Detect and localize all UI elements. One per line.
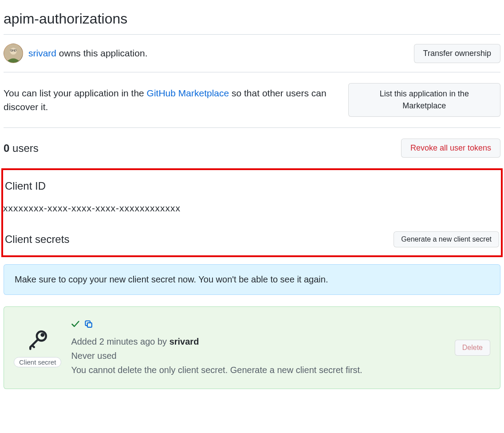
- check-icon: [71, 318, 80, 333]
- client-id-value: xxxxxxxx-xxxx-xxxx-xxxx-xxxxxxxxxxxx: [3, 192, 501, 231]
- svg-rect-8: [87, 323, 92, 327]
- owner-suffix: owns this application.: [56, 48, 147, 58]
- client-id-heading: Client ID: [3, 175, 501, 192]
- delete-secret-button[interactable]: Delete: [455, 340, 490, 356]
- users-heading: 0 users: [4, 142, 39, 155]
- users-count: 0: [4, 142, 9, 154]
- avatar[interactable]: [4, 44, 23, 63]
- marketplace-text: You can list your application in the Git…: [4, 86, 341, 114]
- secret-added-by: srivard: [169, 337, 199, 346]
- secret-body: Added 2 minutes ago by srivard Never use…: [71, 318, 445, 377]
- users-label: users: [9, 142, 38, 154]
- users-row: 0 users Revoke all user tokens: [4, 128, 500, 169]
- secret-added-line: Added 2 minutes ago by srivard: [71, 334, 445, 349]
- owner-row: srivard owns this application. Transfer …: [4, 35, 500, 72]
- client-secrets-row: Client secrets Generate a new client sec…: [3, 231, 501, 250]
- client-secret-card: Client secret Added 2 minutes ago by sri…: [4, 306, 500, 389]
- secret-never-used: Never used: [71, 349, 445, 363]
- generate-secret-button[interactable]: Generate a new client secret: [394, 231, 499, 247]
- marketplace-link[interactable]: GitHub Marketplace: [147, 88, 229, 98]
- secret-icons-row: [71, 318, 445, 333]
- owner-info: srivard owns this application.: [4, 44, 147, 63]
- svg-point-7: [41, 334, 43, 336]
- flash-message: Make sure to copy your new client secret…: [15, 274, 328, 284]
- owner-link[interactable]: srivard: [28, 48, 56, 58]
- client-secrets-heading: Client secrets: [5, 233, 69, 246]
- key-icon: [27, 329, 49, 353]
- marketplace-prefix: You can list your application in the: [4, 88, 147, 98]
- owner-text: srivard owns this application.: [28, 48, 147, 59]
- list-marketplace-button[interactable]: List this application in the Marketplace: [348, 83, 500, 117]
- secret-cannot-delete: You cannot delete the only client secret…: [71, 363, 445, 377]
- copy-icon[interactable]: [84, 318, 93, 333]
- secret-added-prefix: Added 2 minutes ago by: [71, 337, 169, 346]
- client-secret-badge: Client secret: [14, 357, 61, 367]
- transfer-ownership-button[interactable]: Transfer ownership: [414, 44, 500, 63]
- flash-notice: Make sure to copy your new client secret…: [4, 264, 500, 295]
- marketplace-row: You can list your application in the Git…: [4, 72, 500, 128]
- page-title: apim-authorizations: [4, 4, 500, 35]
- highlight-annotation: Client ID xxxxxxxx-xxxx-xxxx-xxxx-xxxxxx…: [1, 168, 503, 257]
- secret-key-col: Client secret: [14, 329, 61, 367]
- revoke-tokens-button[interactable]: Revoke all user tokens: [401, 139, 500, 158]
